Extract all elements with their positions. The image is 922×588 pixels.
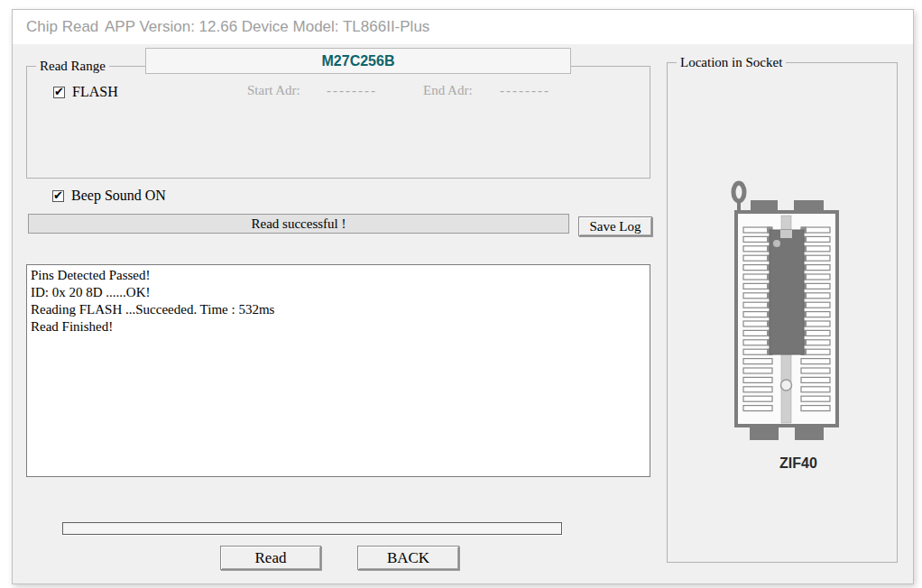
log-line: ID: 0x 20 8D ......OK! (31, 284, 646, 301)
titlebar: Chip Read APP Version: 12.66 Device Mode… (13, 10, 913, 44)
socket-rail-knob (781, 380, 792, 390)
back-button[interactable]: BACK (357, 546, 459, 570)
start-adr-value: -------- (327, 83, 377, 98)
status-message: Read successful ! (252, 216, 346, 232)
chip-notch (780, 230, 792, 238)
read-range-groupbox: Read Range ✔ FLASH Start Adr: -------- E… (26, 66, 650, 179)
end-adr-label: End Adr: (423, 83, 473, 98)
log-line: Read Finished! (31, 318, 646, 335)
beep-checkbox-row[interactable]: ✔ Beep Sound ON (52, 188, 166, 204)
beep-checkbox-label: Beep Sound ON (71, 188, 166, 204)
chip-name-tab: M27C256B (145, 48, 571, 74)
window-subtitle: APP Version: 12.66 Device Model: TL866II… (105, 10, 429, 44)
chip-name: M27C256B (322, 53, 395, 69)
read-button[interactable]: Read (220, 546, 321, 570)
flash-checkbox[interactable]: ✔ (53, 87, 65, 98)
chip-body (770, 230, 804, 354)
flash-checkbox-row[interactable]: ✔ FLASH (53, 84, 118, 100)
location-in-socket-label: Location in Socket (677, 55, 786, 70)
save-log-button[interactable]: Save Log (578, 216, 652, 236)
read-range-label: Read Range (36, 59, 109, 74)
socket-lever-icon (733, 183, 744, 201)
progress-bar (62, 522, 562, 535)
chip-read-window: Chip Read APP Version: 12.66 Device Mode… (12, 9, 914, 584)
chip-pin1-dot (773, 240, 780, 247)
log-output[interactable]: Pins Detected Passed! ID: 0x 20 8D .....… (26, 264, 650, 477)
start-adr-label: Start Adr: (247, 83, 300, 98)
socket-name-label: ZIF40 (667, 455, 922, 472)
log-line: Reading FLASH ...Succeeded. Time : 532ms (31, 301, 646, 318)
window-title: Chip Read (26, 10, 98, 44)
end-adr-value: -------- (500, 83, 550, 98)
checkmark-icon: ✔ (53, 188, 63, 202)
status-message-bar: Read successful ! (28, 214, 569, 234)
log-line: Pins Detected Passed! (31, 267, 646, 284)
checkmark-icon: ✔ (54, 85, 64, 98)
zif-socket-graphic (725, 177, 848, 456)
flash-checkbox-label: FLASH (72, 84, 118, 100)
beep-checkbox[interactable]: ✔ (52, 190, 64, 202)
